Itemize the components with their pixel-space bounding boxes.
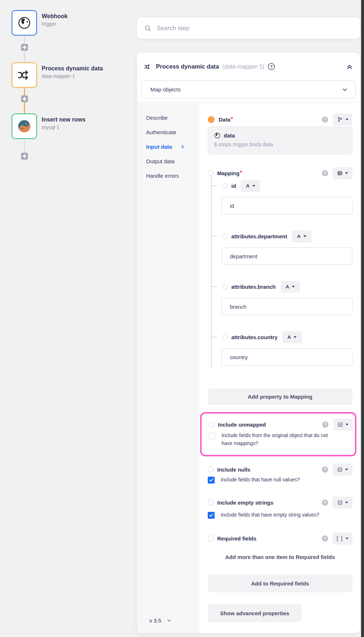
mapping-field-id: id A: [208, 181, 352, 214]
boolean-type-picker[interactable]: [333, 497, 352, 509]
caret-down-icon: [346, 538, 348, 539]
tab-output-data[interactable]: Output data: [137, 154, 199, 168]
tab-label: Handle errors: [146, 173, 179, 179]
unmapped-status-radio[interactable]: [208, 170, 214, 176]
caret-down-icon: [345, 172, 348, 174]
help-icon[interactable]: ?: [322, 422, 328, 428]
include-empty-strings-checkbox[interactable]: [208, 512, 215, 519]
required-fields-row: Required fields ? [ ]: [208, 535, 352, 542]
caret-down-icon: [346, 424, 348, 426]
tab-describe[interactable]: Describe: [137, 110, 199, 125]
help-icon[interactable]: ?: [322, 500, 328, 506]
string-type-picker[interactable]: A: [281, 281, 300, 293]
shuffle-icon: [17, 67, 32, 83]
checkbox-type-icon: [337, 467, 343, 472]
mapping-value-input[interactable]: [222, 348, 352, 366]
node-label-webhook: Webhook trigger: [42, 13, 136, 27]
node-subtitle: trigger: [42, 21, 136, 27]
type-letter: A: [288, 334, 291, 340]
mapping-field-country: attributes.country A: [208, 333, 352, 366]
mapping-key-label: id: [231, 183, 236, 189]
object-table-icon: [337, 170, 343, 176]
add-property-to-mapping-button[interactable]: Add property to Mapping: [208, 389, 352, 405]
globe-icon: [214, 132, 221, 139]
tab-label: Input data: [146, 144, 172, 150]
unmapped-status-radio[interactable]: [208, 535, 214, 541]
search-input[interactable]: [157, 25, 353, 32]
help-icon[interactable]: ?: [322, 467, 328, 473]
required-asterisk: *: [231, 116, 233, 123]
chevron-right-icon: [180, 144, 185, 149]
type-letter: A: [297, 234, 301, 239]
svg-text:?: ?: [270, 65, 273, 69]
include-empty-strings-row: Include empty strings ?: [208, 499, 352, 506]
mapping-value-input[interactable]: [222, 247, 352, 265]
unmapped-status-radio[interactable]: [222, 334, 227, 340]
include-unmapped-highlight: Include unmapped ? Include fie: [200, 412, 356, 456]
boolean-type-picker[interactable]: [333, 419, 353, 431]
tab-handle-errors[interactable]: Handle errors: [137, 168, 199, 183]
mapping-value-input[interactable]: [222, 298, 352, 315]
string-type-picker[interactable]: A: [241, 180, 260, 192]
help-icon[interactable]: ?: [268, 63, 275, 70]
tab-authenticate[interactable]: Authenticate: [137, 125, 199, 139]
jsonpath-icon: [337, 116, 343, 122]
collapse-panel-icon[interactable]: [346, 63, 353, 71]
node-title: Process dynamic data: [42, 65, 136, 72]
string-type-picker[interactable]: A: [282, 331, 302, 343]
right-edge-panel: [361, 0, 364, 637]
help-icon[interactable]: ?: [322, 535, 328, 542]
unmapped-status-radio[interactable]: [208, 467, 214, 472]
tab-label: Output data: [146, 158, 174, 164]
node-title: Webhook: [42, 13, 136, 20]
include-nulls-checkbox[interactable]: [208, 477, 215, 484]
boolean-type-picker[interactable]: [333, 464, 352, 476]
help-line: have mappings?: [222, 441, 258, 446]
add-step-button[interactable]: [21, 44, 28, 51]
tab-input-data[interactable]: Input data: [137, 139, 199, 154]
help-icon[interactable]: ?: [322, 116, 328, 123]
add-step-button[interactable]: [21, 153, 28, 160]
workflow-node-mysql[interactable]: [12, 114, 37, 139]
chevron-down-icon: [342, 86, 348, 93]
unmapped-status-radio[interactable]: [208, 500, 214, 505]
step-config-panel: Process dynamic data (data-mapper-1) ? M…: [137, 53, 360, 633]
data-token-box[interactable]: data $.steps.trigger.body.data: [208, 127, 352, 154]
unmapped-status-radio[interactable]: [208, 422, 214, 427]
node-title: Insert new rows: [42, 116, 136, 123]
mapping-value-input[interactable]: [222, 197, 352, 214]
mysql-icon: [17, 119, 32, 133]
include-unmapped-checkbox[interactable]: [208, 432, 215, 439]
field-label: Include nulls: [217, 467, 251, 473]
type-letter: A: [286, 284, 290, 289]
unmapped-status-radio[interactable]: [222, 284, 227, 289]
show-advanced-properties-button[interactable]: Show advanced properties: [208, 604, 302, 622]
mapping-field-branch: attributes.branch A: [208, 282, 352, 315]
data-field-row: Data * ?: [208, 115, 352, 123]
mapped-status-dot: [208, 116, 215, 123]
chevron-down-icon: [166, 618, 172, 623]
workflow-node-data-mapper[interactable]: [12, 62, 37, 88]
data-type-picker[interactable]: [333, 114, 352, 126]
field-label: Mapping: [217, 170, 240, 176]
token-name: data: [224, 132, 235, 139]
workflow-node-webhook[interactable]: [12, 10, 37, 36]
operation-select[interactable]: Map objects: [141, 81, 356, 99]
mapping-key-label: attributes.department: [231, 233, 287, 239]
unmapped-status-radio[interactable]: [222, 234, 227, 239]
node-label-data-mapper: Process dynamic data data-mapper-1: [42, 65, 136, 79]
required-asterisk: *: [240, 170, 242, 176]
add-step-button[interactable]: [21, 95, 28, 102]
include-unmapped-row: Include unmapped ?: [208, 421, 353, 428]
field-label: Required fields: [217, 535, 256, 542]
node-subtitle: data-mapper-1: [42, 73, 136, 79]
mapping-field-department: attributes.department A: [208, 232, 352, 265]
string-type-picker[interactable]: A: [292, 230, 311, 242]
help-icon[interactable]: ?: [322, 170, 328, 176]
version-selector[interactable]: v 3.5: [137, 617, 199, 624]
caret-down-icon: [345, 502, 348, 504]
array-type-picker[interactable]: [ ]: [333, 533, 352, 544]
add-to-required-fields-button[interactable]: Add to Required fields: [208, 575, 352, 592]
tab-label: Describe: [146, 115, 167, 121]
unmapped-status-radio[interactable]: [222, 183, 227, 189]
